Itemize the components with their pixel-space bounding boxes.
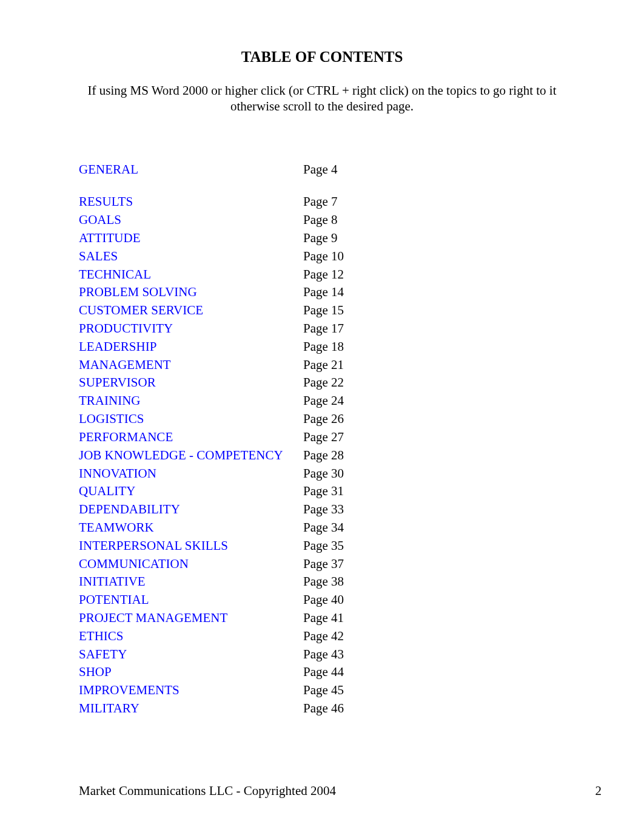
toc-link[interactable]: RESULTS <box>79 194 133 209</box>
toc-topic: INTERPERSONAL SKILLS <box>79 537 303 555</box>
toc-topic: PROJECT MANAGEMENT <box>79 609 303 627</box>
instruction-text: If using MS Word 2000 or higher click (o… <box>79 83 565 115</box>
toc-link[interactable]: ETHICS <box>79 629 124 643</box>
toc-row: RESULTSPage 7 <box>79 193 565 211</box>
toc-page-number: Page 41 <box>303 609 344 627</box>
toc-link[interactable]: PRODUCTIVITY <box>79 321 173 336</box>
toc-row: PRODUCTIVITYPage 17 <box>79 320 565 338</box>
toc-list: RESULTSPage 7GOALSPage 8ATTITUDEPage 9SA… <box>79 193 565 718</box>
toc-link[interactable]: SHOP <box>79 664 112 679</box>
toc-topic: PRODUCTIVITY <box>79 320 303 338</box>
toc-topic: TRAINING <box>79 392 303 410</box>
toc-link[interactable]: QUALITY <box>79 484 135 498</box>
toc-link[interactable]: INNOVATION <box>79 466 156 481</box>
toc-row: SHOPPage 44 <box>79 663 565 681</box>
toc-row: POTENTIALPage 40 <box>79 591 565 609</box>
toc-link[interactable]: CUSTOMER SERVICE <box>79 303 203 317</box>
toc-page-number: Page 28 <box>303 447 344 465</box>
toc-row: PERFORMANCEPage 27 <box>79 428 565 447</box>
toc-row: LOGISTICSPage 26 <box>79 410 565 428</box>
toc-row: TEAMWORKPage 34 <box>79 519 565 537</box>
toc-link[interactable]: PROBLEM SOLVING <box>79 285 197 299</box>
toc-topic: CUSTOMER SERVICE <box>79 302 303 320</box>
toc-page-number: Page 42 <box>303 627 344 646</box>
toc-page-number: Page 24 <box>303 392 344 410</box>
toc-link[interactable]: GOALS <box>79 212 121 227</box>
toc-row: COMMUNICATIONPage 37 <box>79 555 565 573</box>
toc-link[interactable]: PERFORMANCE <box>79 430 173 444</box>
toc-row: SALESPage 10 <box>79 248 565 266</box>
toc-link[interactable]: ATTITUDE <box>79 231 140 245</box>
toc-page-number: Page 4 <box>303 161 338 179</box>
toc-topic: LOGISTICS <box>79 410 303 428</box>
toc-link[interactable]: SALES <box>79 249 118 263</box>
toc-page-number: Page 43 <box>303 646 344 664</box>
toc-link[interactable]: POTENTIAL <box>79 592 149 607</box>
toc-page-number: Page 12 <box>303 266 344 284</box>
toc-page-number: Page 7 <box>303 193 338 211</box>
toc-topic: POTENTIAL <box>79 591 303 609</box>
toc-row: INITIATIVEPage 38 <box>79 573 565 591</box>
toc-link[interactable]: MILITARY <box>79 701 139 715</box>
toc-link[interactable]: DEPENDABILITY <box>79 502 180 516</box>
toc-row: LEADERSHIPPage 18 <box>79 338 565 356</box>
toc-row: INTERPERSONAL SKILLSPage 35 <box>79 537 565 555</box>
toc-page-number: Page 33 <box>303 501 344 519</box>
page-footer: Market Communications LLC - Copyrighted … <box>79 783 602 799</box>
toc-page-number: Page 21 <box>303 356 344 374</box>
toc-link[interactable]: INTERPERSONAL SKILLS <box>79 538 228 553</box>
toc-link[interactable]: MANAGEMENT <box>79 357 171 372</box>
toc-page-number: Page 34 <box>303 519 344 537</box>
toc-page-number: Page 15 <box>303 302 344 320</box>
toc-link[interactable]: SAFETY <box>79 647 127 661</box>
toc-row: TECHNICALPage 12 <box>79 266 565 284</box>
toc-topic: PERFORMANCE <box>79 428 303 447</box>
toc-page-number: Page 18 <box>303 338 344 356</box>
toc-topic: INITIATIVE <box>79 573 303 591</box>
toc-link[interactable]: IMPROVEMENTS <box>79 683 179 697</box>
toc-link[interactable]: LEADERSHIP <box>79 339 156 354</box>
toc-topic: RESULTS <box>79 193 303 211</box>
toc-link[interactable]: INITIATIVE <box>79 574 146 589</box>
toc-page-number: Page 26 <box>303 410 344 428</box>
toc-topic: GENERAL <box>79 161 303 179</box>
toc-page-number: Page 8 <box>303 211 338 229</box>
toc-topic: TEAMWORK <box>79 519 303 537</box>
footer-page-number: 2 <box>595 783 602 799</box>
toc-topic: DEPENDABILITY <box>79 501 303 519</box>
toc-page-number: Page 17 <box>303 320 344 338</box>
toc-link[interactable]: TECHNICAL <box>79 267 151 282</box>
toc-page-number: Page 44 <box>303 663 344 681</box>
document-page: TABLE OF CONTENTS If using MS Word 2000 … <box>0 0 644 835</box>
toc-topic: PROBLEM SOLVING <box>79 283 303 302</box>
toc-page-number: Page 22 <box>303 374 344 392</box>
instruction-line-1: If using MS Word 2000 or higher click (o… <box>87 83 556 98</box>
toc-page-number: Page 31 <box>303 482 344 501</box>
toc-row: JOB KNOWLEDGE - COMPETENCYPage 28 <box>79 447 565 465</box>
toc-link[interactable]: JOB KNOWLEDGE - COMPETENCY <box>79 448 283 462</box>
toc-row: MANAGEMENTPage 21 <box>79 356 565 374</box>
toc-page-number: Page 37 <box>303 555 344 573</box>
toc-link-general[interactable]: GENERAL <box>79 162 138 177</box>
toc-row: SUPERVISORPage 22 <box>79 374 565 392</box>
toc-page-number: Page 10 <box>303 248 344 266</box>
toc-link[interactable]: TRAINING <box>79 393 140 408</box>
toc-topic: JOB KNOWLEDGE - COMPETENCY <box>79 447 303 465</box>
toc-topic: ETHICS <box>79 627 303 646</box>
toc-topic: MILITARY <box>79 700 303 718</box>
toc-topic: LEADERSHIP <box>79 338 303 356</box>
toc-link[interactable]: COMMUNICATION <box>79 556 189 571</box>
toc-link[interactable]: LOGISTICS <box>79 411 144 426</box>
toc-page-number: Page 27 <box>303 428 344 447</box>
toc-link[interactable]: TEAMWORK <box>79 520 154 535</box>
toc-topic: INNOVATION <box>79 465 303 483</box>
toc-row: INNOVATIONPage 30 <box>79 465 565 483</box>
toc-topic: COMMUNICATION <box>79 555 303 573</box>
toc-row: TRAININGPage 24 <box>79 392 565 410</box>
toc-page-number: Page 40 <box>303 591 344 609</box>
toc-row: ETHICSPage 42 <box>79 627 565 646</box>
toc-page-number: Page 38 <box>303 573 344 591</box>
toc-link[interactable]: PROJECT MANAGEMENT <box>79 610 227 625</box>
toc-link[interactable]: SUPERVISOR <box>79 375 156 390</box>
toc-row: QUALITYPage 31 <box>79 482 565 501</box>
